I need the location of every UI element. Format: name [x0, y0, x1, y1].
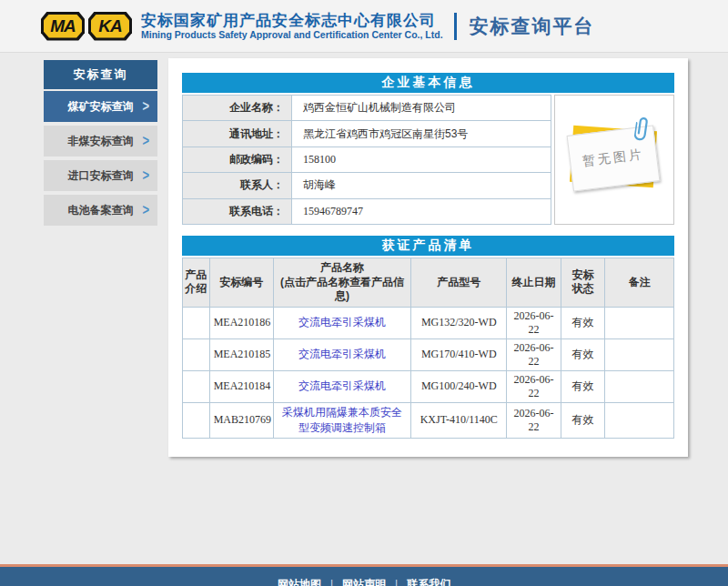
logo-badge-ka-icon: KA: [88, 12, 132, 41]
product-name-link[interactable]: 采煤机用隔爆兼本质安全型变频调速控制箱: [282, 406, 402, 434]
products-table: 产品 介绍 安标编号 产品名称 (点击产品名称查看产品信息) 产品型号: [182, 258, 674, 439]
col-header-name: 产品名称 (点击产品名称查看产品信息): [273, 258, 410, 308]
col-header-model: 产品型号: [411, 258, 507, 308]
org-name-cn: 安标国家矿用产品安全标志中心有限公司: [141, 12, 443, 30]
table-row: 企业名称： 鸡西金恒矿山机械制造有限公司: [183, 96, 551, 121]
footer-separator: |: [395, 578, 398, 586]
product-name-link[interactable]: 交流电牵引采煤机: [298, 348, 386, 360]
cell-code: MEA210184: [209, 370, 273, 402]
company-info-section-header: 企业基本信息: [182, 73, 674, 93]
cell-remark: [605, 338, 674, 370]
footer-link-contact[interactable]: 联系我们: [407, 578, 450, 586]
company-address-value: 黑龙江省鸡西市鸡冠区南星街53号: [292, 121, 551, 146]
table-row: 通讯地址： 黑龙江省鸡西市鸡冠区南星街53号: [183, 121, 551, 146]
cell-end-date: 2026-06-22: [507, 370, 561, 402]
postal-code-label: 邮政编码：: [183, 146, 292, 172]
table-row: MEA210185 交流电牵引采煤机 MG170/410-WD 2026-06-…: [183, 338, 674, 370]
company-info-body: 企业名称： 鸡西金恒矿山机械制造有限公司 通讯地址： 黑龙江省鸡西市鸡冠区南星街…: [182, 95, 674, 225]
contact-phone-label: 联系电话：: [183, 198, 292, 224]
cell-end-date: 2026-06-22: [507, 338, 561, 370]
chevron-right-icon: >: [142, 97, 149, 115]
col-header-line: (点击产品名称查看产品信息): [276, 276, 409, 304]
cell-intro: [183, 307, 210, 338]
no-image-card-stack: 暂无图片: [570, 128, 659, 188]
content-area: 安标查询 煤矿安标查询 > 非煤安标查询 > 进口安标查询 > 电池备案查询 >…: [0, 53, 728, 457]
company-info-table: 企业名称： 鸡西金恒矿山机械制造有限公司 通讯地址： 黑龙江省鸡西市鸡冠区南星街…: [182, 95, 551, 225]
cell-model: MG132/320-WD: [411, 307, 507, 338]
col-header-remark: 备注: [605, 258, 674, 308]
cell-status: 有效: [561, 307, 605, 338]
chevron-right-icon: >: [142, 132, 149, 149]
col-header-code: 安标编号: [209, 258, 273, 308]
cell-status: 有效: [561, 402, 605, 438]
cell-name: 采煤机用隔爆兼本质安全型变频调速控制箱: [273, 402, 410, 438]
col-header-enddate: 终止日期: [507, 258, 561, 308]
maka-logo: MA KA: [41, 12, 132, 41]
cell-code: MEA210185: [209, 338, 273, 370]
sidebar-title: 安标查询: [44, 60, 157, 89]
cell-model: MG100/240-WD: [411, 370, 507, 402]
cell-code: MAB210769: [209, 402, 273, 438]
logo-badge-ka-text: KA: [91, 15, 129, 38]
cell-code: MEA210186: [209, 307, 273, 338]
footer-links: 网站地图|网站声明|联系我们: [0, 577, 728, 586]
sidebar-item-import-query[interactable]: 进口安标查询 >: [44, 160, 157, 191]
cell-end-date: 2026-06-22: [507, 402, 561, 438]
contact-person-value: 胡海峰: [292, 173, 551, 198]
org-titles: 安标国家矿用产品安全标志中心有限公司 Mining Products Safet…: [141, 12, 443, 41]
cell-name: 交流电牵引采煤机: [273, 338, 410, 370]
table-row: 联系电话： 15946789747: [183, 198, 551, 224]
cell-name: 交流电牵引采煤机: [273, 307, 410, 338]
col-header-line: 备注: [607, 276, 672, 290]
col-header-line: 安标编号: [212, 276, 271, 290]
cell-remark: [605, 307, 674, 338]
col-header-line: 介绍: [185, 282, 207, 297]
product-name-link[interactable]: 交流电牵引采煤机: [298, 379, 386, 392]
footer-link-sitemap[interactable]: 网站地图: [278, 578, 321, 586]
chevron-right-icon: >: [142, 201, 149, 218]
logo-badge-ma-icon: MA: [41, 12, 85, 41]
footer-separator: |: [330, 578, 333, 586]
sidebar-item-battery-query[interactable]: 电池备案查询 >: [44, 195, 157, 226]
col-header-line: 安标: [563, 268, 603, 283]
col-header-line: 产品型号: [413, 276, 504, 290]
table-row: 联系人： 胡海峰: [183, 173, 551, 198]
footer-link-statement[interactable]: 网站声明: [342, 578, 386, 586]
col-header-line: 产品: [185, 268, 207, 283]
company-name-value: 鸡西金恒矿山机械制造有限公司: [292, 96, 551, 121]
cell-model: KXJT-410/1140C: [411, 402, 507, 438]
sidebar-item-label: 非煤安标查询: [68, 134, 134, 149]
company-photo-placeholder: 暂无图片: [554, 95, 674, 225]
no-image-text: 暂无图片: [581, 146, 645, 170]
table-row: MEA210186 交流电牵引采煤机 MG132/320-WD 2026-06-…: [183, 307, 674, 338]
cell-name: 交流电牵引采煤机: [273, 370, 410, 402]
title-divider: [454, 13, 457, 40]
col-header-line: 终止日期: [509, 276, 558, 290]
products-header-row: 产品 介绍 安标编号 产品名称 (点击产品名称查看产品信息) 产品型号: [183, 258, 674, 308]
col-header-status: 安标 状态: [561, 258, 605, 308]
chevron-right-icon: >: [142, 167, 149, 184]
sidebar-item-noncoal-query[interactable]: 非煤安标查询 >: [44, 126, 157, 157]
cell-model: MG170/410-WD: [411, 338, 507, 370]
sidebar-item-label: 煤矿安标查询: [68, 99, 134, 115]
products-section: 获证产品清单 产品 介绍 安标编号 产品名称: [182, 236, 674, 439]
col-header-line: 产品名称: [276, 261, 409, 276]
platform-title: 安标查询平台: [470, 14, 595, 39]
company-name-label: 企业名称：: [183, 96, 292, 121]
header-bar: MA KA 安标国家矿用产品安全标志中心有限公司 Mining Products…: [0, 0, 728, 53]
cell-remark: [605, 402, 674, 438]
main-panel: 企业基本信息 企业名称： 鸡西金恒矿山机械制造有限公司 通讯地址： 黑龙江省鸡西…: [168, 58, 688, 457]
products-section-header: 获证产品清单: [182, 236, 674, 256]
sidebar: 安标查询 煤矿安标查询 > 非煤安标查询 > 进口安标查询 > 电池备案查询 >: [44, 60, 157, 229]
table-row: 邮政编码： 158100: [183, 146, 551, 172]
logo-badge-ma-text: MA: [44, 15, 82, 38]
table-row: MEA210184 交流电牵引采煤机 MG100/240-WD 2026-06-…: [183, 370, 674, 402]
cell-intro: [183, 338, 210, 370]
col-header-intro: 产品 介绍: [183, 258, 210, 308]
col-header-line: 状态: [563, 282, 603, 297]
product-name-link[interactable]: 交流电牵引采煤机: [298, 316, 386, 328]
sidebar-item-coal-query[interactable]: 煤矿安标查询 >: [44, 91, 157, 122]
table-row: MAB210769 采煤机用隔爆兼本质安全型变频调速控制箱 KXJT-410/1…: [183, 402, 674, 438]
cell-intro: [183, 370, 210, 402]
sidebar-item-label: 电池备案查询: [68, 203, 134, 218]
